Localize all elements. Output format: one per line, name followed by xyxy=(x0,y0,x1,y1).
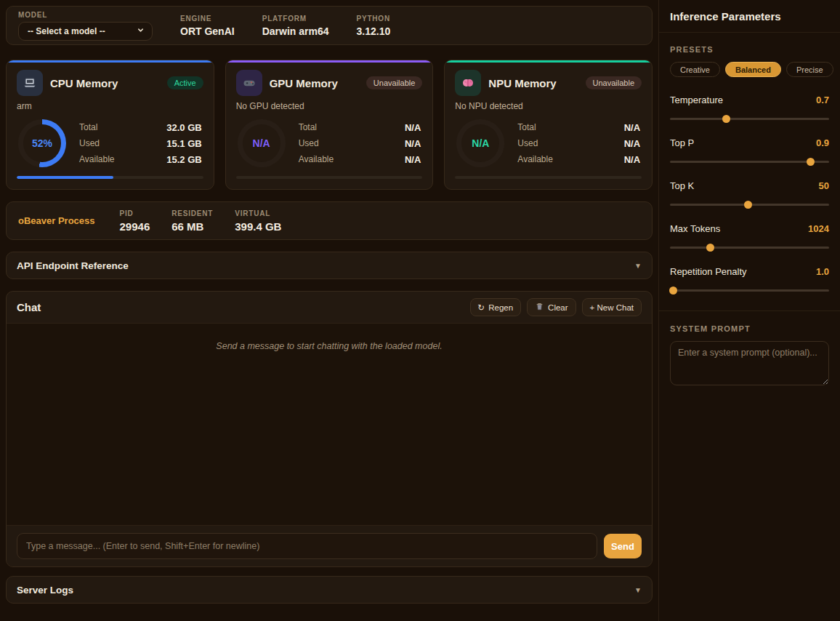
max-tokens-control: Max Tokens 1024 xyxy=(670,223,829,249)
slider-thumb[interactable] xyxy=(807,158,815,166)
gauge-text: 52% xyxy=(32,137,52,149)
card-subtitle: No GPU detected xyxy=(236,101,423,111)
platform-label: PLATFORM xyxy=(262,15,329,23)
laptop-icon xyxy=(17,70,43,96)
status-badge: Unavailable xyxy=(366,76,422,89)
api-endpoint-panel[interactable]: API Endpoint Reference ▼ xyxy=(6,252,653,279)
stat-row: Available N/A xyxy=(299,151,421,167)
process-resident: RESIDENT 66 MB xyxy=(171,209,213,233)
max-tokens-slider[interactable] xyxy=(670,247,829,249)
app-root: MODEL -- Select a model -- ENGINE ORT Ge… xyxy=(0,0,840,621)
python-value: 3.12.10 xyxy=(357,25,391,37)
stat-row: Total 32.0 GB xyxy=(79,119,202,135)
top-p-slider[interactable] xyxy=(670,161,829,163)
preset-precise-button[interactable]: Precise xyxy=(786,62,833,77)
server-logs-title: Server Logs xyxy=(17,585,73,596)
sidebar-title: Inference Parameters xyxy=(670,10,829,23)
memory-gauge: N/A xyxy=(456,119,504,167)
gpu-memory-card: GPU Memory Unavailable No GPU detected N… xyxy=(225,60,434,190)
engine-group: ENGINE ORT GenAI xyxy=(180,15,235,37)
model-select[interactable]: -- Select a model -- xyxy=(18,22,153,41)
regen-button[interactable]: ↻ Regen xyxy=(470,298,522,316)
send-button[interactable]: Send xyxy=(604,534,642,558)
engine-value: ORT GenAI xyxy=(180,25,235,37)
card-subtitle: No NPU detected xyxy=(455,101,642,111)
memory-gauge: N/A xyxy=(238,119,286,167)
stat-row: Used N/A xyxy=(517,135,640,151)
status-badge: Unavailable xyxy=(586,76,642,89)
gauge-text: N/A xyxy=(472,137,489,149)
temperature-slider[interactable] xyxy=(670,118,829,120)
stat-row: Used N/A xyxy=(299,135,421,151)
process-pid: PID 29946 xyxy=(120,209,150,233)
main-column: MODEL -- Select a model -- ENGINE ORT Ge… xyxy=(0,0,658,621)
brain-icon xyxy=(455,70,481,96)
slider-thumb[interactable] xyxy=(706,244,714,252)
stat-row: Available 15.2 GB xyxy=(79,151,202,167)
chat-message-area: Send a message to start chatting with th… xyxy=(7,324,652,525)
presets-label: PRESETS xyxy=(670,45,829,54)
system-prompt-section: SYSTEM PROMPT xyxy=(659,310,840,388)
system-prompt-label: SYSTEM PROMPT xyxy=(670,324,829,333)
chevron-down-icon xyxy=(137,26,145,36)
clear-button[interactable]: Clear xyxy=(527,298,576,316)
chat-panel: Chat ↻ Regen Clear + New Chat xyxy=(6,291,653,567)
memory-cards-row: CPU Memory Active arm 52% Total 32.0 GB xyxy=(6,60,653,190)
gamepad-icon xyxy=(236,70,262,96)
presets-section: PRESETS Creative Balanced Precise xyxy=(659,33,840,77)
memory-progress xyxy=(236,176,423,179)
preset-creative-button[interactable]: Creative xyxy=(670,62,720,77)
chat-message-input[interactable] xyxy=(17,533,597,559)
model-bar: MODEL -- Select a model -- ENGINE ORT Ge… xyxy=(6,6,653,45)
memory-progress xyxy=(455,176,642,179)
top-k-slider[interactable] xyxy=(670,204,829,206)
card-title: GPU Memory xyxy=(270,77,338,89)
model-select-value: -- Select a model -- xyxy=(28,26,105,36)
new-chat-button[interactable]: + New Chat xyxy=(582,298,642,316)
stat-row: Total N/A xyxy=(299,119,421,135)
slider-thumb[interactable] xyxy=(722,115,730,123)
api-endpoint-title: API Endpoint Reference xyxy=(17,260,129,271)
collapse-chevron-icon[interactable]: ▼ xyxy=(634,262,642,270)
server-logs-panel[interactable]: Server Logs ▼ xyxy=(6,576,653,604)
collapse-chevron-icon[interactable]: ▼ xyxy=(634,586,642,594)
chat-empty-message: Send a message to start chatting with th… xyxy=(7,341,652,351)
memory-progress xyxy=(17,176,203,179)
temperature-control: Temperature 0.7 xyxy=(670,95,829,120)
cpu-memory-card: CPU Memory Active arm 52% Total 32.0 GB xyxy=(6,60,214,190)
memory-gauge: 52% xyxy=(18,119,66,167)
status-badge: Active xyxy=(167,76,203,89)
process-virtual: VIRTUAL 399.4 GB xyxy=(235,209,281,233)
platform-group: PLATFORM Darwin arm64 xyxy=(262,15,329,37)
engine-label: ENGINE xyxy=(180,15,235,23)
model-group: MODEL -- Select a model -- xyxy=(18,11,153,41)
python-label: PYTHON xyxy=(357,15,391,23)
stat-row: Used 15.1 GB xyxy=(79,135,202,151)
top-p-control: Top P 0.9 xyxy=(670,137,829,163)
process-title: oBeaver Process xyxy=(18,215,95,226)
stat-row: Total N/A xyxy=(517,119,640,135)
card-title: NPU Memory xyxy=(488,77,556,89)
chat-input-row: Send xyxy=(7,525,652,566)
system-prompt-input[interactable] xyxy=(670,341,829,385)
card-title: CPU Memory xyxy=(50,77,118,89)
python-group: PYTHON 3.12.10 xyxy=(357,15,391,37)
trash-icon xyxy=(535,302,544,313)
platform-value: Darwin arm64 xyxy=(262,25,329,37)
params-section: Temperature 0.7 Top P 0.9 Top K 50 xyxy=(659,95,840,292)
chat-header: Chat ↻ Regen Clear + New Chat xyxy=(7,292,652,324)
top-k-control: Top K 50 xyxy=(670,180,829,206)
repetition-penalty-control: Repetition Penalty 1.0 xyxy=(670,266,829,292)
model-label: MODEL xyxy=(18,11,153,19)
slider-thumb[interactable] xyxy=(669,287,677,295)
gauge-text: N/A xyxy=(253,137,270,149)
chat-title: Chat xyxy=(17,301,41,313)
slider-thumb[interactable] xyxy=(744,201,752,209)
npu-memory-card: NPU Memory Unavailable No NPU detected N… xyxy=(444,60,653,190)
sidebar-header: Inference Parameters xyxy=(659,0,840,33)
stat-row: Available N/A xyxy=(517,151,640,167)
repetition-penalty-slider[interactable] xyxy=(670,289,829,292)
regen-icon: ↻ xyxy=(478,303,485,313)
preset-balanced-button[interactable]: Balanced xyxy=(725,62,781,77)
card-subtitle: arm xyxy=(17,101,203,111)
